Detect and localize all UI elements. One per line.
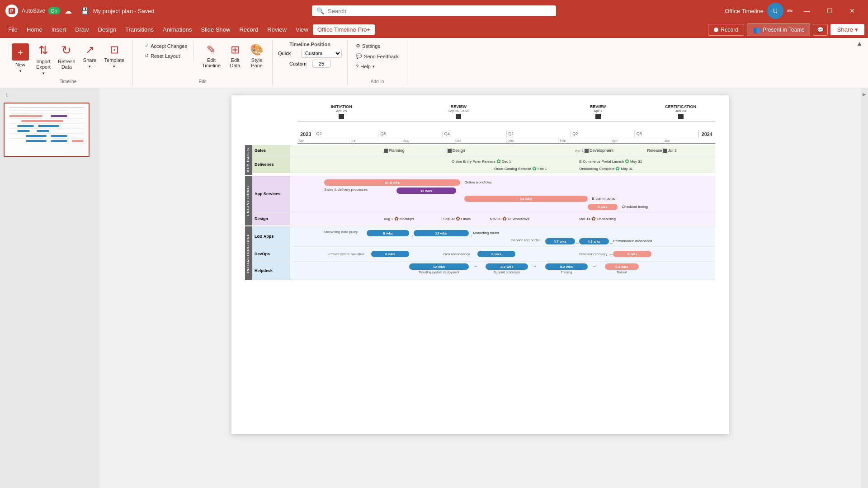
label-online-workflows: Online workflows [464,180,491,184]
header-actions: Record 👥 Present in Teams 💬 Share ▾ [708,23,864,36]
edit-data-button[interactable]: ⊞ Edit Data [225,42,245,70]
menu-home[interactable]: Home [22,24,47,35]
ribbon-collapse-button[interactable]: ▲ [856,40,863,47]
help-icon: ? [356,64,359,69]
engineering-section: Engineering App Services 27.5 wks Online… [245,176,715,225]
menu-office-timeline[interactable]: Office Timeline Pro+ [313,24,375,35]
gates-row: Gates Planning Design [252,145,715,156]
helpdesk-row: Helpdesk 12 wks Ticketing system deploym… [252,262,715,280]
import-export-button[interactable]: ⇅ Import Export ▾ [33,42,53,77]
menu-file[interactable]: File [4,24,22,35]
slide-area: INITIATION Apr 25 REVIEW Sep 30, 2023 [99,88,861,488]
maximize-button[interactable]: ☐ [819,4,840,18]
deliveries-label: Deliveries [252,156,290,173]
bar-24wks: 24 wks [464,196,588,202]
planning-gate-marker [384,149,388,153]
gates-content: Planning Design Apr 1 [290,145,715,156]
check-icon: ✓ [145,43,149,49]
menu-record[interactable]: Record [235,24,263,35]
bar-43wks: 4.3 wks [579,238,609,244]
menu-transitions[interactable]: Transitions [121,24,158,35]
menu-draw[interactable]: Draw [71,24,93,35]
edit-timeline-icon: ✎ [207,43,216,56]
bar-47wks: 4.7 wks [545,238,575,244]
arrow-lob3: → [575,240,580,245]
close-button[interactable]: ✕ [842,4,863,18]
template-button[interactable]: ⊡ Template ▾ [102,42,127,70]
slide-thumbnail[interactable] [4,103,90,157]
bar-6wks-dev1: 6 wks [371,251,410,257]
bar-12wks-hd: 12 wks [409,263,469,270]
bar-8wks-lob: 8 wks [367,230,409,236]
reset-icon: ↺ [145,53,149,59]
app-logo: P [5,5,18,17]
import-export-arrow: ▾ [42,71,45,75]
slide-frame[interactable]: INITIATION Apr 25 REVIEW Sep 30, 2023 [231,95,729,434]
star2: ✿ [532,165,537,172]
menu-insert[interactable]: Insert [47,24,71,35]
send-feedback-button[interactable]: 💬 Send Feedback [353,52,401,61]
pen-icon[interactable]: ✏ [787,7,793,15]
panel-collapse-button[interactable]: ▶ [863,92,866,97]
menu-animations[interactable]: Animations [158,24,196,35]
help-button[interactable]: ? Help ▾ [353,62,401,70]
search-input[interactable] [328,8,552,14]
import-export-icon: ⇅ [38,43,48,57]
share-ribbon-button[interactable]: ↗ Share ▾ [80,42,100,70]
new-button[interactable]: ＋ New ▾ [9,42,32,75]
help-arrow: ▾ [373,64,375,69]
bar-82wks-hd2: 8.2 wks [545,263,588,270]
development-gate-marker [585,149,589,153]
design-label: Design [252,212,290,225]
key-dates-label: Key Dates [245,145,252,175]
star3: ✿ [625,158,629,164]
addin-group-label: Add-In [371,77,384,84]
sync-icon[interactable]: ☁ [65,7,72,15]
bar-12wks: 12 wks [396,188,456,194]
share-button[interactable]: Share ▾ [830,24,864,35]
menu-slideshow[interactable]: Slide Show [196,24,235,35]
new-arrow: ▾ [19,69,22,73]
menu-view[interactable]: View [291,24,313,35]
comment-button[interactable]: 💬 [813,24,828,36]
accept-changes-button[interactable]: ✓ Accept Changes [142,42,190,50]
template-arrow: ▾ [113,64,115,69]
edit-data-icon: ⊞ [231,43,240,56]
milestone-cert: CERTIFICATION Jun 24 [665,104,696,119]
ribbon-group-position: Timeline Position Quick Custom Auto Manu… [273,40,348,86]
timeline-group-label: Timeline [60,77,76,84]
present-in-teams-button[interactable]: 👥 Present in Teams [747,23,811,36]
infrastructure-section: Infrastructure LoB Apps Marketing data p… [245,226,715,280]
main-area: 1 [0,88,868,488]
minimize-button[interactable]: — [797,4,817,18]
style-pane-icon: 🎨 [250,43,264,56]
bar-12wks-lob: 12 wks [414,230,469,236]
settings-button[interactable]: ⚙ Settings [353,42,401,50]
quick-select[interactable]: Custom Auto Manual [301,49,342,58]
style-pane-button[interactable]: 🎨 Style Pane [247,42,267,70]
refresh-data-button[interactable]: ↻ Refresh Data [55,42,78,71]
design-row: Design Aug 1 ✿ Mockups Sep 30 [252,212,715,225]
slide-content-wrapper: INITIATION Apr 25 REVIEW Sep 30, 2023 [99,88,861,488]
menu-review[interactable]: Review [263,24,291,35]
avatar[interactable]: U [767,3,783,19]
title-bar: P AutoSave On ☁ 💾 My project plan · Save… [0,0,868,22]
ribbon: ＋ New ▾ ⇅ Import Export ▾ ↻ Refresh Data… [0,38,868,88]
record-button[interactable]: Record [708,24,744,36]
design-content: Aug 1 ✿ Mockups Sep 30 ✿ Finals [290,212,715,225]
release-gate-marker [663,149,667,153]
settings-icon: ⚙ [356,43,360,49]
finals-star: ✿ [456,216,460,222]
milestone-review1: REVIEW Sep 30, 2023 [448,104,470,119]
ribbon-group-edit: ✓ Accept Changes ↺ Reset Layout ✎ Edit T… [133,40,273,86]
custom-input[interactable] [312,60,330,68]
slide-number: 1 [4,92,96,99]
edit-timeline-button[interactable]: ✎ Edit Timeline [199,42,223,70]
engineering-label: Engineering [245,176,252,225]
reset-layout-button[interactable]: ↺ Reset Layout [142,52,190,60]
design-gate-marker [448,149,452,153]
right-panel: ▶ [861,88,868,488]
autosave-toggle[interactable]: On [48,7,60,14]
infrastructure-label: Infrastructure [245,226,252,280]
menu-design[interactable]: Design [94,24,121,35]
